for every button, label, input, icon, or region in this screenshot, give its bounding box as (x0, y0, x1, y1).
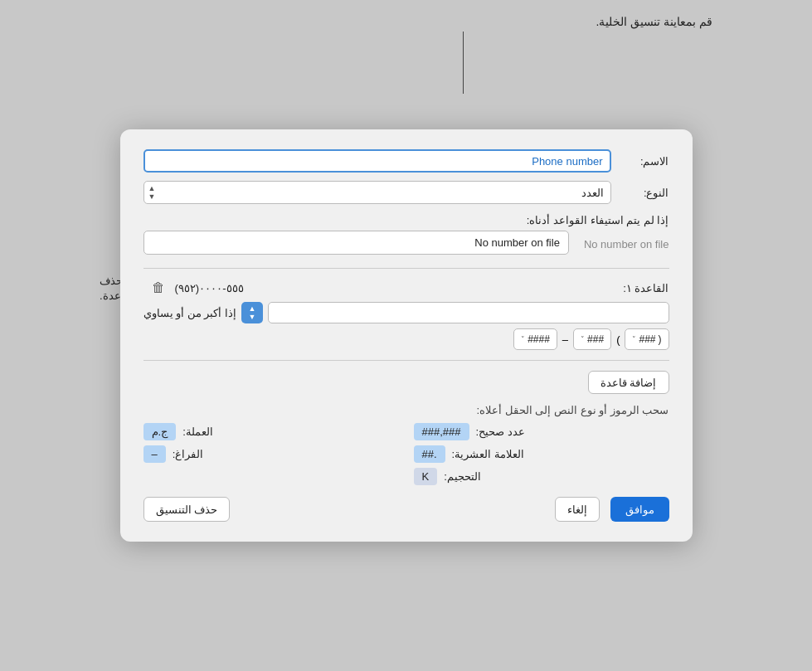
format-btn-area[interactable]: ### ˅ (573, 328, 611, 350)
name-input[interactable] (143, 149, 611, 173)
drag-item-currency-label: العملة: (182, 425, 213, 438)
format-row: ( ### ˅ ) ### ˅ – #### ˅ (143, 328, 669, 350)
type-row: النوع: العدد ▲ ▼ (143, 181, 669, 204)
drag-chip-currency[interactable]: ج.م (143, 423, 177, 440)
cancel-button[interactable]: إلغاء (555, 497, 600, 522)
rule-section-1: القاعدة ١: (٩٥٢)٥٥٥-٠٠٠٠ 🗑 ▲ ▼ إذا أكبر … (143, 279, 669, 350)
dialog-footer: موافق إلغاء حذف التنسيق (143, 497, 669, 522)
dialog: الاسم: النوع: العدد ▲ ▼ إذا لم يتم استيف… (120, 129, 693, 542)
condition-stepper-wrapper: ▲ ▼ (241, 302, 263, 323)
ok-button[interactable]: موافق (610, 497, 669, 522)
delete-format-button[interactable]: حذف التنسيق (143, 497, 231, 522)
rule-delete-button[interactable]: 🗑 (148, 279, 168, 297)
if-rules-preview: No number on file (584, 238, 669, 250)
drag-col-right: عدد صحيح: ###,### العلامة العشرية: ##. ا… (414, 423, 669, 485)
condition-input[interactable] (268, 302, 669, 323)
drag-item-integer: عدد صحيح: ###,### (414, 423, 669, 440)
drag-item-space-label: الفراغ: (173, 448, 204, 460)
drag-item-currency: العملة: ج.م (143, 423, 399, 440)
format-paren-close: ) (615, 333, 621, 346)
drag-label: سحب الرموز أو نوع النص إلى الحقل أعلاه: (143, 404, 669, 416)
name-label: الاسم: (620, 155, 669, 168)
type-wrapper: العدد ▲ ▼ (143, 181, 611, 204)
drag-item-decimal: العلامة العشرية: ##. (414, 445, 669, 463)
drag-item-integer-label: عدد صحيح: (476, 425, 525, 438)
rule-header-value: (٩٥٢)٥٥٥-٠٠٠٠ (175, 282, 617, 294)
annotation-top: قم بمعاينة تنسيق الخلية. (596, 15, 712, 28)
rule-header-row: القاعدة ١: (٩٥٢)٥٥٥-٠٠٠٠ 🗑 (143, 279, 669, 297)
rule-header-label: القاعدة ١: (623, 282, 669, 294)
drag-items: عدد صحيح: ###,### العلامة العشرية: ##. ا… (143, 423, 669, 485)
drag-chip-integer[interactable]: ###,### (414, 423, 469, 440)
footer-left: موافق إلغاء (555, 497, 669, 522)
separator-1 (143, 268, 669, 269)
annotation-line-top (463, 32, 464, 94)
format-btn-parens-open[interactable]: ( ### ˅ (625, 328, 669, 350)
drag-col-left: العملة: ج.م الفراغ: – (143, 423, 399, 463)
if-rules-label: إذا لم يتم استيفاء القواعد أدناه: (143, 212, 669, 227)
drag-item-space: الفراغ: – (143, 445, 399, 463)
drag-item-scale-label: التحجيم: (444, 470, 481, 483)
separator-2 (143, 360, 669, 361)
drag-chip-scale[interactable]: K (414, 468, 438, 485)
drag-section: سحب الرموز أو نوع النص إلى الحقل أعلاه: … (143, 404, 669, 485)
condition-row: ▲ ▼ إذا أكبر من أو يساوي (143, 302, 669, 323)
format-dash: – (561, 333, 570, 346)
type-select[interactable]: العدد (143, 181, 611, 204)
add-rule-button[interactable]: إضافة قاعدة (588, 371, 669, 394)
name-row: الاسم: (143, 149, 669, 173)
condition-stepper[interactable]: ▲ ▼ (241, 302, 263, 323)
add-rule-row: إضافة قاعدة (143, 371, 669, 394)
condition-label: إذا أكبر من أو يساوي (143, 307, 236, 319)
drag-item-decimal-label: العلامة العشرية: (452, 448, 524, 460)
drag-item-scale: التحجيم: K (414, 468, 669, 485)
if-rules-row: No number on file No number on file (143, 231, 669, 258)
drag-chip-space[interactable]: – (143, 445, 166, 463)
drag-chip-decimal[interactable]: ##. (414, 445, 445, 463)
format-btn-number[interactable]: #### ˅ (513, 328, 557, 350)
type-label: النوع: (620, 187, 669, 199)
if-rules-box: No number on file (143, 231, 569, 255)
